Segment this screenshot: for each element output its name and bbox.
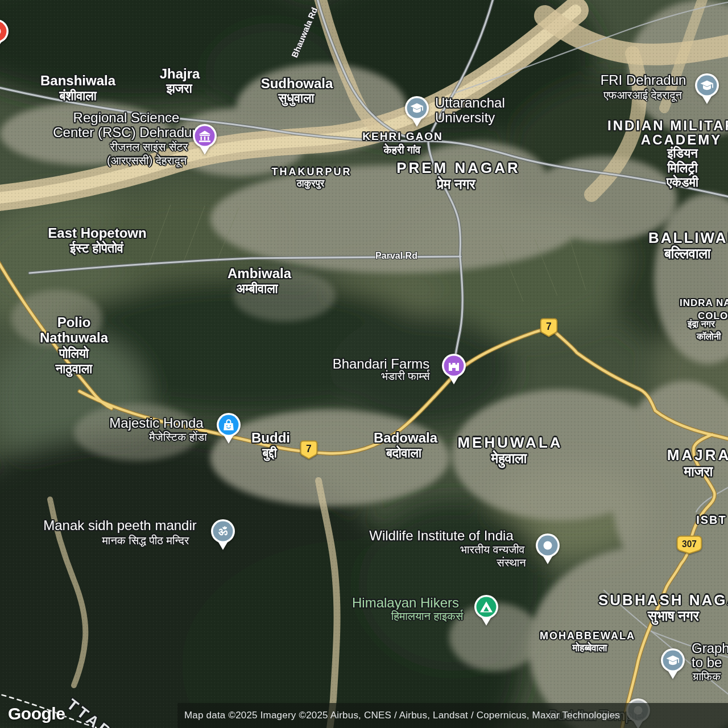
map-label-ima-en1[interactable]: INDIAN MILITARY xyxy=(607,118,728,134)
map-label-ima-en2[interactable]: ACADEMY xyxy=(641,132,722,148)
map-label-state-boundary-text: TTARA xyxy=(63,696,127,728)
map-label-hikers-en[interactable]: Himalayan Hikers xyxy=(352,595,459,611)
svg-text:307: 307 xyxy=(682,539,697,549)
map-label-polio-hi1[interactable]: पोलियो xyxy=(59,346,89,361)
uttaranchal-university-pin[interactable] xyxy=(404,95,430,130)
svg-text:ॐ: ॐ xyxy=(218,526,228,537)
map-label-bhandari-hi[interactable]: भंडारी फार्म्स xyxy=(381,370,429,383)
map-label-balliwala-hi[interactable]: बल्लिवाला xyxy=(664,246,710,262)
map-label-manak-hi[interactable]: मानक सिद्ध पीठ मन्दिर xyxy=(102,534,189,547)
map-label-sudhowala-hi[interactable]: सुधुवाला xyxy=(279,91,315,106)
map-label-indranagar-hi2[interactable]: कॉलोनी xyxy=(697,332,721,342)
himalayan-hikers-tent-pin[interactable] xyxy=(473,594,499,629)
map-label-indranagar-hi1[interactable]: इंद्रा नगर xyxy=(688,319,715,329)
map-label-thakurpur-hi[interactable]: ठाकुरपुर xyxy=(297,178,325,189)
map-label-banshiwala-hi[interactable]: बंशीवाला xyxy=(59,89,96,104)
labels-layer: BanshiwalaबंशीवालाJhajraझजराSudhowalaसुध… xyxy=(0,0,728,728)
map-label-wii-hi1[interactable]: भारतीय वन्यजीव xyxy=(461,543,525,556)
map-label-sudhowala-en[interactable]: Sudhowala xyxy=(261,76,333,92)
svg-text:7: 7 xyxy=(306,443,312,454)
map-label-jhajra-en[interactable]: Jhajra xyxy=(160,66,200,82)
route-badge-7-west: 7 xyxy=(300,440,318,462)
map-label-ima-hi2[interactable]: मिलिट्री xyxy=(667,161,697,176)
map-label-ima-hi1[interactable]: इंडियन xyxy=(667,146,697,161)
map-label-polio-en1[interactable]: Polio xyxy=(57,315,91,330)
google-logo[interactable]: Google xyxy=(8,704,65,723)
map-label-badowala-hi[interactable]: बदोवाला xyxy=(386,446,421,461)
attribution-bar: Map data ©2025 Imagery ©2025 Airbus, CNE… xyxy=(177,703,728,728)
map-label-premnagar-en[interactable]: PREM NAGAR xyxy=(396,159,520,177)
map-label-majra-hi[interactable]: माजरा xyxy=(684,464,713,479)
map-label-easthopetown-hi[interactable]: ईस्ट होपेतोवं xyxy=(70,241,123,256)
map-label-uttaranchal-en2[interactable]: University xyxy=(435,110,495,126)
map-label-ambiwala-en[interactable]: Ambiwala xyxy=(228,266,291,282)
map-label-polio-hi2[interactable]: नाठुवाला xyxy=(56,362,92,377)
map-label-rsc-hi2[interactable]: (आरएससी) देहरादून xyxy=(107,154,187,167)
map-label-fri-hi[interactable]: एफआरआई देहरादून xyxy=(603,89,682,102)
map-label-mohabbewala-hi[interactable]: मोहब्बेवाला xyxy=(573,643,607,654)
map-label-wii-en[interactable]: Wildlife Institute of India xyxy=(369,528,513,544)
map-label-fri-en[interactable]: FRI Dehradun xyxy=(601,72,686,88)
map-label-indranagar-en1[interactable]: INDRA NAGAR xyxy=(680,297,728,309)
route-badge-7-east: 7 xyxy=(540,318,558,340)
map-label-mohabbewala-en[interactable]: MOHABBEWALA xyxy=(540,630,635,642)
map-label-buddi-hi[interactable]: बुद्दी xyxy=(262,446,276,461)
map-label-kehri-en[interactable]: KEHRI GAON xyxy=(362,130,442,143)
map-label-mehuwala-hi[interactable]: मेहुवाला xyxy=(491,450,527,466)
rsc-museum-pin[interactable] xyxy=(192,123,218,158)
manak-mandir-om-pin[interactable]: ॐ xyxy=(210,518,236,553)
route-badge-307: 307 xyxy=(676,535,702,556)
map-label-graphic-en1[interactable]: Graphic xyxy=(692,640,728,656)
map-label-ima-hi3[interactable]: एकेडमी xyxy=(667,175,698,190)
map-label-rsc-hi1[interactable]: रीजनल साइंस सेंटर xyxy=(110,140,188,154)
map-label-majra-en[interactable]: MAJRA xyxy=(667,446,728,464)
map-label-jhajra-hi[interactable]: झजरा xyxy=(166,81,192,96)
graphic-era-pin[interactable] xyxy=(660,647,686,682)
map-label-premnagar-hi[interactable]: प्रेम नगर xyxy=(437,176,475,192)
map-label-ambiwala-hi[interactable]: अम्बीवाला xyxy=(236,282,278,296)
map-label-kehri-hi[interactable]: केहरी गांव xyxy=(384,144,421,156)
map-label-easthopetown-en[interactable]: East Hopetown xyxy=(48,225,146,241)
map-label-buddi-en[interactable]: Buddi xyxy=(251,430,290,446)
map-label-subhash-en[interactable]: SUBHASH NAGAR xyxy=(598,592,728,609)
map-label-bhauwala-rd: Bhauwala Rd xyxy=(289,6,319,59)
map-label-graphic-hi[interactable]: ग्राफिक xyxy=(693,670,721,683)
map-label-mehuwala-en[interactable]: MEHUWALA xyxy=(457,434,562,452)
map-label-rsc-en2[interactable]: Center (RSC) Dehradun xyxy=(53,125,199,140)
map-label-majestic-en[interactable]: Majestic Honda xyxy=(109,415,203,431)
map-label-polio-en2[interactable]: Nathuwala xyxy=(40,330,108,346)
map-label-graphic-en2[interactable]: to be xyxy=(692,655,722,671)
bhandari-farms-pin[interactable] xyxy=(441,353,467,388)
wildlife-institute-pin[interactable] xyxy=(535,532,561,568)
red-place-pin[interactable] xyxy=(0,18,10,53)
map-label-thakurpur-en[interactable]: THAKURPUR xyxy=(272,166,352,178)
map-label-rsc-en1[interactable]: Regional Science xyxy=(73,110,180,126)
fri-dehradun-pin[interactable] xyxy=(694,72,720,107)
map-label-banshiwala-en[interactable]: Banshiwala xyxy=(40,73,115,89)
map-label-subhash-hi[interactable]: सुभाष नगर xyxy=(648,608,699,624)
map-canvas[interactable]: BanshiwalaबंशीवालाJhajraझजराSudhowalaसुध… xyxy=(0,0,728,728)
map-label-balliwala-en[interactable]: BALLIWALA xyxy=(648,229,728,247)
map-label-hikers-hi[interactable]: हिमालयान हाइकर्स xyxy=(391,610,464,623)
map-label-manak-en[interactable]: Manak sidh peeth mandir xyxy=(43,518,196,533)
map-label-wii-hi2[interactable]: संस्थान xyxy=(497,556,526,569)
map-label-badowala-en[interactable]: Badowala xyxy=(374,430,437,446)
map-label-parval-rd: Parval Rd xyxy=(375,251,417,261)
svg-text:7: 7 xyxy=(546,321,552,332)
map-label-uttaranchal-en1[interactable]: Uttaranchal xyxy=(435,95,505,111)
attribution-text: Map data ©2025 Imagery ©2025 Airbus, CNE… xyxy=(184,710,620,721)
majestic-honda-pin[interactable] xyxy=(216,412,242,447)
map-label-isbt[interactable]: ISBT xyxy=(696,514,727,527)
map-label-majestic-hi[interactable]: मैजेस्टिक होंडा xyxy=(149,431,207,444)
